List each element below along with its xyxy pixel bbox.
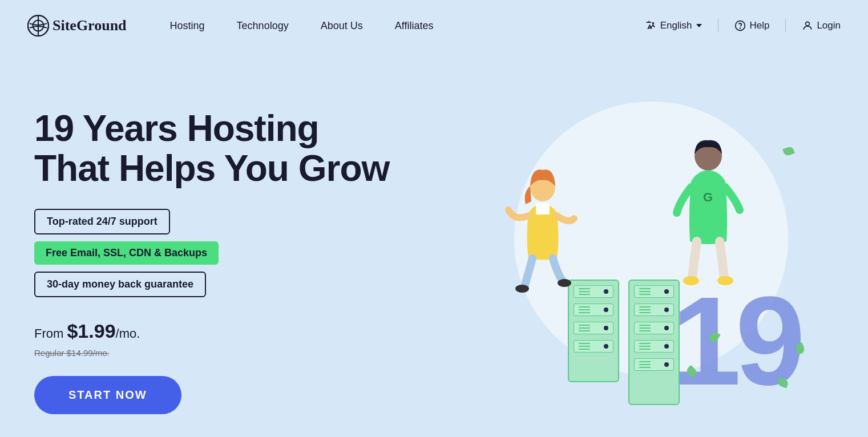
server-unit bbox=[574, 340, 613, 353]
language-label: English bbox=[660, 20, 692, 31]
server-unit bbox=[634, 340, 674, 353]
svg-text:G: G bbox=[703, 190, 713, 204]
language-chevron bbox=[696, 24, 702, 27]
hero-title-line1: 19 Years Hosting bbox=[34, 108, 319, 149]
hero-title: 19 Years Hosting That Helps You Grow bbox=[34, 108, 434, 189]
hero-content: 19 Years Hosting That Helps You Grow Top… bbox=[34, 97, 434, 415]
nav-divider-2 bbox=[785, 19, 786, 33]
logo-text: SiteGround bbox=[53, 17, 127, 34]
svg-rect-7 bbox=[536, 203, 550, 215]
nav-technology[interactable]: Technology bbox=[221, 20, 305, 32]
help-label: Help bbox=[749, 20, 769, 31]
pricing-from-label: From bbox=[34, 326, 67, 341]
person-male-illustration: G bbox=[663, 130, 754, 290]
feature-badges: Top-rated 24/7 support Free Email, SSL, … bbox=[34, 209, 434, 297]
server-unit bbox=[634, 322, 674, 334]
hero-section: 19 Years Hosting That Helps You Grow Top… bbox=[0, 51, 868, 437]
badge-support: Top-rated 24/7 support bbox=[34, 209, 170, 234]
svg-point-9 bbox=[558, 279, 571, 287]
language-selector[interactable]: English bbox=[645, 20, 703, 31]
nav-right: English Help Login bbox=[645, 19, 841, 33]
hero-title-line2: That Helps You Grow bbox=[34, 148, 389, 189]
nav-about-us[interactable]: About Us bbox=[305, 20, 379, 32]
nav-divider-1 bbox=[718, 19, 718, 33]
translate-icon bbox=[645, 20, 657, 31]
server-illustration bbox=[568, 280, 680, 405]
login-label: Login bbox=[817, 20, 841, 31]
server-unit bbox=[634, 304, 674, 316]
svg-point-8 bbox=[515, 285, 529, 293]
help-link[interactable]: Help bbox=[734, 20, 769, 31]
svg-point-13 bbox=[717, 276, 733, 285]
start-now-button[interactable]: START NOW bbox=[34, 376, 181, 414]
badge-free-features: Free Email, SSL, CDN & Backups bbox=[34, 241, 219, 265]
pricing-regular: Regular $14.99/mo. bbox=[34, 348, 434, 358]
hero-illustration: 19 bbox=[434, 90, 834, 421]
pricing-section: From $1.99/mo. bbox=[34, 320, 434, 342]
nav-affiliates[interactable]: Affiliates bbox=[379, 20, 450, 32]
pricing-regular-label: Regular bbox=[34, 348, 67, 358]
svg-point-5 bbox=[806, 22, 810, 26]
server-unit bbox=[574, 304, 613, 316]
server-rack-2 bbox=[628, 280, 680, 405]
pricing-amount: $1.99 bbox=[67, 320, 115, 342]
server-unit bbox=[574, 322, 613, 334]
pricing-period: /mo. bbox=[116, 326, 140, 341]
person-female-illustration bbox=[497, 159, 588, 296]
logo-icon bbox=[27, 15, 49, 37]
server-unit bbox=[634, 358, 674, 371]
nav-hosting[interactable]: Hosting bbox=[154, 20, 221, 32]
pricing-regular-price: $14.99/mo. bbox=[67, 348, 110, 358]
svg-point-12 bbox=[683, 276, 699, 285]
help-icon bbox=[734, 20, 746, 31]
login-link[interactable]: Login bbox=[802, 20, 841, 31]
badge-money-back: 30-day money back guarantee bbox=[34, 272, 206, 297]
user-icon bbox=[802, 20, 813, 31]
nav-links: Hosting Technology About Us Affiliates bbox=[154, 20, 645, 32]
navbar: SiteGround Hosting Technology About Us A… bbox=[0, 0, 868, 51]
leaf-5 bbox=[782, 145, 795, 156]
logo[interactable]: SiteGround bbox=[27, 15, 127, 37]
svg-point-4 bbox=[740, 28, 741, 29]
